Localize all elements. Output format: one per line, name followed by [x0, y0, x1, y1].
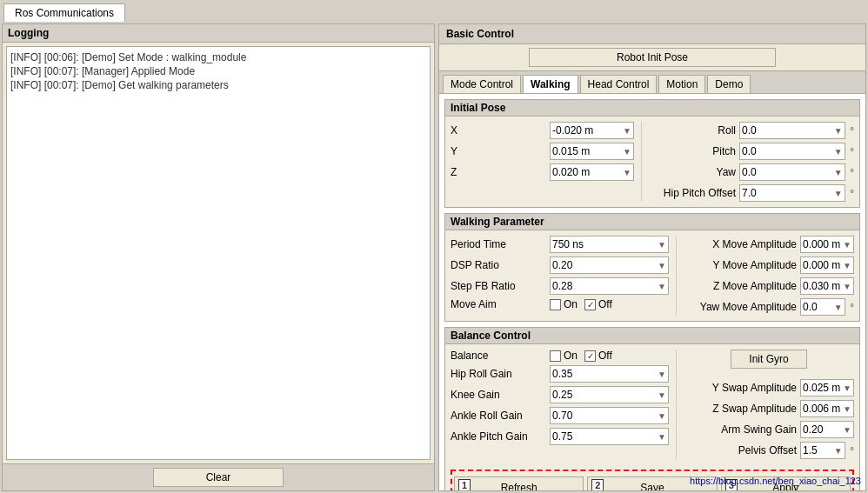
bc-zswap-row: Z Swap Amplitude 0.006 m ▼	[684, 400, 854, 417]
bc-balance-off-checkbox[interactable]: ✓ Off	[584, 350, 612, 362]
ip-roll-value: 0.0	[742, 124, 757, 137]
bc-hiproll-label: Hip Roll Gain	[451, 368, 546, 380]
wp-dsp-arrow: ▼	[658, 261, 666, 270]
bc-zswap-value: 0.006 m	[803, 403, 840, 415]
bc-pelvis-value: 1.5	[803, 444, 818, 456]
wp-stepfb-input[interactable]: 0.28 ▼	[550, 277, 669, 295]
ip-z-value: 0.020 m	[552, 166, 590, 178]
wp-off-label: Off	[598, 298, 612, 310]
wp-on-check-box[interactable]	[550, 299, 561, 310]
wp-xmove-label: X Move Amplitude	[684, 238, 797, 250]
bc-armswing-row: Arm Swing Gain 0.20 ▼	[684, 421, 854, 438]
wp-moveaim-on-checkbox[interactable]: On	[550, 298, 578, 310]
bc-ankleroll-row: Ankle Roll Gain 0.70 ▼	[451, 407, 669, 424]
wp-yawmove-input[interactable]: 0.0 ▼	[800, 298, 845, 316]
ip-hip-arrow: ▼	[834, 189, 843, 198]
bc-armswing-label: Arm Swing Gain	[684, 423, 797, 436]
ip-pitch-unit: °	[851, 146, 854, 157]
wp-dsp-row: DSP Ratio 0.20 ▼	[451, 256, 669, 274]
ip-roll-row: Roll 0.0 ▼ °	[649, 122, 854, 139]
bc-pelvis-input[interactable]: 1.5 ▼	[800, 442, 845, 459]
bc-anklepitch-row: Ankle Pitch Gain 0.75 ▼	[451, 428, 669, 445]
wp-zmove-value: 0.030 m	[803, 280, 840, 292]
ros-communications-tab[interactable]: Ros Communications	[3, 3, 125, 22]
ip-hip-input[interactable]: 7.0 ▼	[739, 184, 845, 202]
wp-xmove-row: X Move Amplitude 0.000 m ▼	[684, 236, 854, 253]
bc-ankleroll-arrow: ▼	[658, 411, 666, 421]
bc-ankleroll-input[interactable]: 0.70 ▼	[550, 407, 669, 424]
bc-hiproll-row: Hip Roll Gain 0.35 ▼	[451, 365, 669, 383]
walking-parameter-section: Walking Parameter Period Time 750 ns ▼ D	[444, 213, 860, 322]
bc-pelvis-row: Pelvis Offset 1.5 ▼ °	[684, 442, 854, 459]
refresh-button[interactable]: 1 Refresh	[454, 476, 584, 491]
refresh-label: Refresh	[501, 482, 537, 491]
bc-knee-input[interactable]: 0.25 ▼	[550, 386, 669, 403]
tab-mode-control[interactable]: Mode Control	[443, 75, 521, 93]
wp-xmove-input[interactable]: 0.000 m ▼	[800, 236, 854, 253]
logging-area: [INFO] [00:06]: [Demo] Set Mode : walkin…	[6, 46, 431, 460]
bc-pelvis-arrow: ▼	[834, 446, 843, 456]
bc-pelvis-label: Pelvis Offset	[684, 444, 797, 456]
ip-x-input[interactable]: -0.020 m ▼	[550, 122, 634, 139]
clear-button[interactable]: Clear	[153, 468, 284, 487]
wp-zmove-input[interactable]: 0.030 m ▼	[800, 277, 854, 295]
bc-anklepitch-arrow: ▼	[658, 432, 666, 442]
bc-yswap-input[interactable]: 0.025 m ▼	[800, 379, 854, 396]
wp-zmove-row: Z Move Amplitude 0.030 m ▼	[684, 277, 854, 295]
wp-period-value: 750 ns	[552, 238, 584, 250]
bc-yswap-value: 0.025 m	[803, 382, 840, 394]
wp-dsp-label: DSP Ratio	[451, 259, 546, 271]
wp-stepfb-value: 0.28	[552, 280, 572, 292]
ip-z-row: Z 0.020 m ▼	[451, 163, 634, 181]
ip-hip-unit: °	[851, 188, 854, 198]
bc-hiproll-input[interactable]: 0.35 ▼	[550, 365, 669, 383]
wp-off-check-box[interactable]: ✓	[584, 299, 596, 310]
bc-yswap-label: Y Swap Amplitude	[684, 382, 797, 394]
basic-control-title: Basic Control	[438, 23, 866, 44]
robot-init-pose-button[interactable]: Robot Init Pose	[529, 48, 776, 67]
ip-y-input[interactable]: 0.015 m ▼	[550, 143, 634, 160]
bc-balance-on-checkbox[interactable]: On	[550, 350, 578, 362]
init-gyro-button[interactable]: Init Gyro	[731, 350, 806, 369]
wp-stepfb-row: Step FB Ratio 0.28 ▼	[451, 277, 669, 295]
balance-control-title: Balance Control	[445, 328, 859, 344]
bc-balance-label: Balance	[451, 350, 546, 362]
wp-moveaim-off-checkbox[interactable]: ✓ Off	[584, 298, 612, 310]
save-number: 2	[591, 479, 604, 491]
logging-title: Logging	[3, 24, 434, 43]
wp-ymove-input[interactable]: 0.000 m ▼	[800, 256, 854, 274]
ip-pitch-label: Pitch	[649, 145, 736, 157]
bc-off-check-box[interactable]: ✓	[584, 350, 596, 362]
wp-yawmove-label: Yaw Move Amplitude	[684, 301, 797, 313]
wp-dsp-input[interactable]: 0.20 ▼	[550, 256, 669, 274]
bc-ankleroll-label: Ankle Roll Gain	[451, 410, 546, 422]
ip-hip-row: Hip Pitch Offset 7.0 ▼ °	[649, 184, 854, 202]
wp-ymove-label: Y Move Amplitude	[684, 259, 797, 271]
bc-anklepitch-input[interactable]: 0.75 ▼	[550, 428, 669, 445]
bc-hiproll-value: 0.35	[552, 368, 572, 380]
wp-period-input[interactable]: 750 ns ▼	[550, 236, 669, 253]
ip-pitch-input[interactable]: 0.0 ▼	[739, 143, 845, 160]
ip-z-arrow: ▼	[623, 168, 631, 177]
bc-on-check-box[interactable]	[550, 350, 561, 362]
wp-yawmove-arrow: ▼	[834, 303, 843, 312]
tab-demo[interactable]: Demo	[707, 75, 751, 93]
bc-zswap-label: Z Swap Amplitude	[684, 403, 797, 415]
ip-roll-input[interactable]: 0.0 ▼	[739, 122, 845, 139]
wp-moveaim-row: Move Aim On ✓ Off	[451, 298, 669, 310]
bc-zswap-input[interactable]: 0.006 m ▼	[800, 400, 854, 417]
save-label: Save	[640, 482, 664, 491]
tab-head-control[interactable]: Head Control	[580, 75, 658, 93]
balance-control-section: Balance Control Balance	[444, 327, 860, 491]
bc-yswap-row: Y Swap Amplitude 0.025 m ▼	[684, 379, 854, 396]
ip-pitch-row: Pitch 0.0 ▼ °	[649, 143, 854, 160]
ip-yaw-input[interactable]: 0.0 ▼	[739, 163, 845, 181]
ip-y-value: 0.015 m	[552, 145, 590, 157]
ip-x-row: X -0.020 m ▼	[451, 122, 634, 139]
ip-pitch-value: 0.0	[742, 145, 757, 157]
ip-x-value: -0.020 m	[552, 124, 593, 137]
tab-walking[interactable]: Walking	[523, 75, 578, 93]
ip-z-input[interactable]: 0.020 m ▼	[550, 163, 634, 181]
bc-armswing-input[interactable]: 0.20 ▼	[800, 421, 854, 438]
tab-motion[interactable]: Motion	[658, 75, 705, 93]
